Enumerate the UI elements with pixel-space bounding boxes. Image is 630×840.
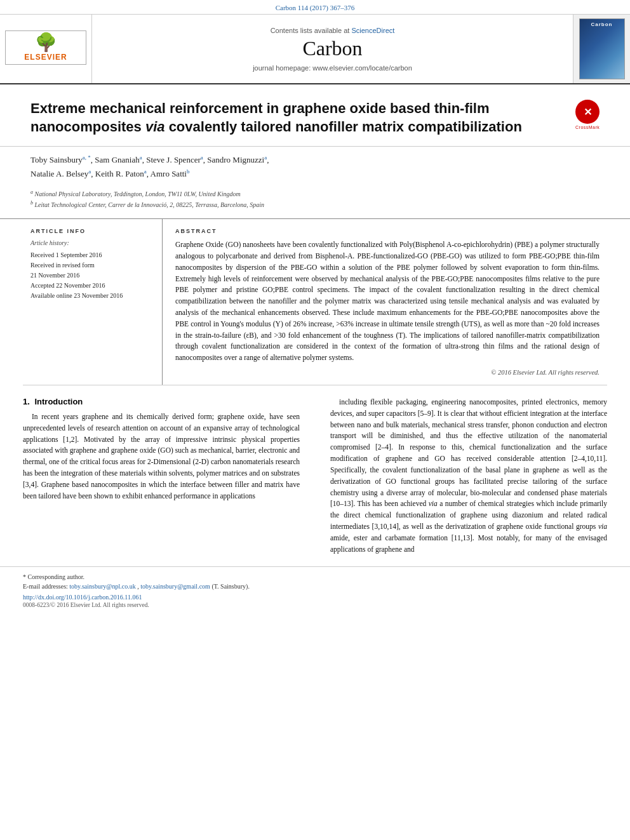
- article-title: Extreme mechanical reinforcement in grap…: [30, 100, 551, 136]
- elsevier-logo-section: 🌳 ELSEVIER: [0, 15, 92, 83]
- crossmark-badge[interactable]: ✕ CrossMark: [575, 100, 600, 124]
- intro-right: including flexible packaging, engineerin…: [323, 397, 607, 560]
- email1-text: toby.sainsbury@npl.co.uk: [69, 583, 135, 590]
- article-title-section: Extreme mechanical reinforcement in grap…: [0, 84, 630, 147]
- copyright-line: © 2016 Elsevier Ltd. All rights reserved…: [175, 369, 600, 376]
- affiliations-section: a National Physical Laboratory, Teddingt…: [0, 185, 630, 218]
- abstract-text: Graphene Oxide (GO) nanosheets have been…: [175, 239, 600, 364]
- doi-link[interactable]: http://dx.doi.org/10.1016/j.carbon.2016.…: [23, 594, 142, 601]
- author-sup-d: a: [264, 154, 267, 161]
- author-sup-c: a: [201, 154, 203, 161]
- doi-text: http://dx.doi.org/10.1016/j.carbon.2016.…: [23, 594, 142, 601]
- intro-para-1: In recent years graphene and its chemica…: [23, 411, 300, 502]
- aff-sup-b: b: [30, 200, 33, 206]
- email-footnote: E-mail addresses: toby.sainsbury@npl.co.…: [23, 582, 607, 591]
- elsevier-logo-box: 🌳 ELSEVIER: [5, 30, 86, 65]
- intro-heading-text: Introduction: [34, 397, 83, 406]
- two-col-content: ARTICLE INFO Article history: Received 1…: [0, 218, 630, 385]
- cover-image: Carbon: [579, 18, 625, 79]
- article-info-label: ARTICLE INFO: [30, 228, 152, 234]
- abstract-col: ABSTRACT Graphene Oxide (GO) nanosheets …: [163, 219, 607, 385]
- author-sup-a: a, *: [83, 154, 91, 161]
- author-sup-f: a: [144, 168, 147, 175]
- cover-label: Carbon: [591, 22, 613, 27]
- journal-name: Carbon: [302, 37, 362, 60]
- sciencedirect-line: Contents lists available at ScienceDirec…: [271, 27, 395, 34]
- email2-text: toby.sainsbury@gmail.com: [140, 583, 210, 590]
- intro-para-2: including flexible packaging, engineerin…: [330, 397, 607, 555]
- authors-section: Toby Sainsburya, *, Sam Gnaniaha, Steve …: [0, 147, 630, 185]
- sciencedirect-text: ScienceDirect: [351, 27, 394, 34]
- affiliation-a-text: National Physical Laboratory, Teddington…: [35, 191, 241, 198]
- history-label: Article history:: [30, 239, 152, 246]
- corresponding-label: * Corresponding author.: [23, 573, 84, 580]
- corresponding-author-note: * Corresponding author.: [23, 572, 607, 582]
- email-label: E-mail addresses:: [23, 583, 68, 590]
- affiliation-b: b Leitat Technological Center, Carrer de…: [30, 199, 600, 210]
- intro-left-text: In recent years graphene and its chemica…: [23, 411, 300, 502]
- crossmark-icon: ✕: [575, 100, 600, 124]
- authors-list: Toby Sainsburya, *, Sam Gnaniaha, Steve …: [30, 153, 600, 181]
- elsevier-text: ELSEVIER: [11, 53, 81, 62]
- footer-section: * Corresponding author. E-mail addresses…: [0, 566, 630, 613]
- article-info-col: ARTICLE INFO Article history: Received 1…: [23, 219, 163, 385]
- page: Carbon 114 (2017) 367–376 🌳 ELSEVIER Con…: [0, 0, 630, 840]
- contents-label: Contents lists available at: [271, 27, 350, 34]
- crossmark-label: CrossMark: [575, 125, 600, 130]
- email1-link[interactable]: toby.sainsbury@npl.co.uk: [69, 583, 137, 590]
- journal-homepage: journal homepage: www.elsevier.com/locat…: [253, 64, 412, 72]
- author-name-note: (T. Sainsbury).: [211, 583, 250, 590]
- intro-heading: 1. Introduction: [23, 397, 300, 406]
- affiliation-b-text: Leitat Technological Center, Carrer de l…: [35, 201, 265, 208]
- author-sup-g: b: [187, 168, 190, 175]
- affiliation-a: a National Physical Laboratory, Teddingt…: [30, 189, 600, 199]
- journal-header: 🌳 ELSEVIER Contents lists available at S…: [0, 15, 630, 84]
- section-number: 1.: [23, 397, 30, 406]
- received-date: Received 1 September 2016: [30, 250, 152, 260]
- author-sup-e: a: [88, 168, 91, 175]
- email2-link[interactable]: toby.sainsbury@gmail.com: [140, 583, 211, 590]
- journal-center: Contents lists available at ScienceDirec…: [92, 15, 573, 83]
- aff-sup-a: a: [30, 189, 33, 195]
- elsevier-tree-icon: 🌳: [11, 34, 81, 51]
- accepted-date: Accepted 22 November 2016: [30, 281, 152, 291]
- author-sup-b: a: [140, 154, 142, 161]
- journal-cover: Carbon: [573, 15, 630, 83]
- intro-left: 1. Introduction In recent years graphene…: [23, 397, 307, 560]
- abstract-paragraph: Graphene Oxide (GO) nanosheets have been…: [175, 239, 600, 364]
- received-revised: Received in revised form21 November 2016: [30, 260, 152, 281]
- doi-line: http://dx.doi.org/10.1016/j.carbon.2016.…: [23, 594, 607, 601]
- citation-bar: Carbon 114 (2017) 367–376: [0, 0, 630, 15]
- sciencedirect-link[interactable]: ScienceDirect: [351, 27, 394, 34]
- available-online: Available online 23 November 2016: [30, 291, 152, 301]
- introduction-section: 1. Introduction In recent years graphene…: [0, 385, 630, 560]
- intro-right-text: including flexible packaging, engineerin…: [330, 397, 607, 555]
- citation-text: Carbon 114 (2017) 367–376: [276, 4, 355, 11]
- issn-line: 0008-6223/© 2016 Elsevier Ltd. All right…: [23, 602, 607, 608]
- abstract-label: ABSTRACT: [175, 228, 600, 234]
